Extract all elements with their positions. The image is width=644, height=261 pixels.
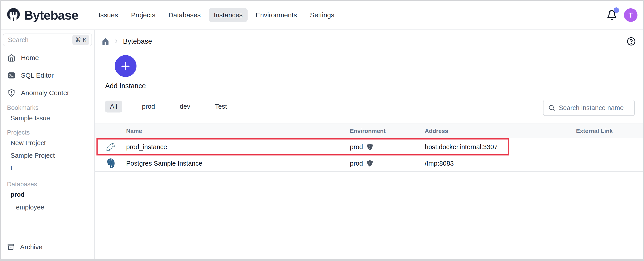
column-header-environment: Environment bbox=[350, 128, 425, 135]
main-nav: Issues Projects Databases Instances Envi… bbox=[94, 8, 339, 22]
logo-wordmark: Bytebase bbox=[24, 8, 78, 23]
sidebar-item-label: Archive bbox=[20, 243, 42, 251]
instance-address: host.docker.internal:3307 bbox=[425, 143, 576, 151]
archive-icon bbox=[7, 243, 14, 251]
instance-environment: prod bbox=[350, 160, 425, 167]
plus-icon bbox=[120, 61, 131, 71]
sidebar-item-t[interactable]: t bbox=[1, 162, 94, 174]
environment-label: prod bbox=[350, 160, 363, 167]
sidebar-item-label: Anomaly Center bbox=[21, 89, 69, 97]
instance-search-input[interactable] bbox=[559, 104, 630, 112]
environment-label: prod bbox=[350, 143, 363, 151]
column-header-name: Name bbox=[95, 128, 350, 135]
terminal-icon bbox=[8, 71, 16, 79]
navbar-right: T bbox=[606, 8, 638, 22]
tab-prod[interactable]: prod bbox=[137, 101, 160, 113]
column-header-address: Address bbox=[425, 128, 576, 135]
mysql-icon bbox=[106, 142, 116, 152]
tab-dev[interactable]: dev bbox=[175, 101, 195, 113]
nav-item-issues[interactable]: Issues bbox=[94, 8, 123, 22]
section-title-databases: Databases bbox=[1, 180, 94, 188]
sidebar-item-archive[interactable]: Archive bbox=[1, 240, 94, 254]
shield-protected-icon bbox=[366, 143, 373, 151]
sidebar-search-box[interactable]: ⌘ K bbox=[3, 34, 92, 46]
bytebase-logo-icon bbox=[6, 8, 21, 23]
sidebar-item-sample-issue[interactable]: Sample Issue bbox=[1, 112, 94, 124]
instance-name: Postgres Sample Instance bbox=[95, 160, 350, 167]
instance-address: /tmp:8083 bbox=[425, 160, 576, 167]
table-header: Name Environment Address External Link bbox=[95, 124, 643, 138]
app-window: Bytebase Issues Projects Databases Insta… bbox=[0, 0, 644, 261]
column-header-external-link: External Link bbox=[576, 128, 643, 135]
sidebar-item-home[interactable]: Home bbox=[1, 51, 94, 65]
search-shortcut-badge: ⌘ K bbox=[72, 35, 89, 45]
instance-table: Name Environment Address External Link p… bbox=[95, 124, 643, 172]
shield-protected-icon bbox=[366, 160, 373, 167]
sidebar-item-new-project[interactable]: New Project bbox=[1, 137, 94, 149]
sidebar-item-label: SQL Editor bbox=[21, 72, 54, 79]
table-row-prod-instance[interactable]: prod_instance prod host.docker.internal:… bbox=[95, 138, 643, 155]
sidebar-search-input[interactable] bbox=[8, 36, 72, 44]
sidebar-nav: Home SQL Editor bbox=[1, 51, 94, 100]
tab-all[interactable]: All bbox=[105, 101, 122, 113]
sidebar-item-employee-db[interactable]: employee bbox=[1, 201, 94, 213]
instance-name: prod_instance bbox=[95, 143, 350, 151]
nav-item-environments[interactable]: Environments bbox=[251, 8, 302, 22]
help-button[interactable] bbox=[627, 37, 636, 46]
avatar[interactable]: T bbox=[624, 8, 638, 22]
sidebar-item-prod-db[interactable]: prod bbox=[1, 188, 94, 201]
main-content: Bytebase Add Instance All prod dev Test bbox=[95, 30, 643, 259]
sidebar-item-sql-editor[interactable]: SQL Editor bbox=[1, 69, 94, 82]
postgresql-icon bbox=[106, 158, 116, 169]
section-title-bookmarks: Bookmarks bbox=[1, 104, 94, 112]
sidebar-item-anomaly-center[interactable]: Anomaly Center bbox=[1, 86, 94, 100]
sidebar-item-label: Home bbox=[21, 54, 39, 62]
sidebar: ⌘ K Home SQL Editor bbox=[1, 30, 95, 259]
tab-test[interactable]: Test bbox=[210, 101, 232, 113]
notifications-button[interactable] bbox=[606, 9, 617, 21]
nav-item-settings[interactable]: Settings bbox=[305, 8, 339, 22]
home-icon bbox=[8, 54, 16, 62]
environment-filter-tabs: All prod dev Test bbox=[105, 101, 232, 112]
nav-item-databases[interactable]: Databases bbox=[164, 8, 206, 22]
table-row-postgres-sample-instance[interactable]: Postgres Sample Instance prod /tmp:8083 bbox=[95, 155, 643, 172]
add-instance-label: Add Instance bbox=[105, 82, 146, 90]
notification-badge-dot bbox=[614, 8, 619, 13]
add-instance-circle[interactable] bbox=[115, 55, 136, 77]
nav-item-instances[interactable]: Instances bbox=[209, 8, 248, 22]
instance-environment: prod bbox=[350, 143, 425, 151]
chevron-right-icon bbox=[113, 38, 120, 45]
breadcrumb: Bytebase bbox=[95, 36, 643, 47]
section-title-projects: Projects bbox=[1, 128, 94, 137]
shield-alert-icon bbox=[8, 89, 16, 97]
breadcrumb-current[interactable]: Bytebase bbox=[123, 37, 152, 46]
top-navbar: Bytebase Issues Projects Databases Insta… bbox=[1, 1, 643, 30]
sidebar-item-sample-project[interactable]: Sample Project bbox=[1, 149, 94, 162]
bytebase-logo[interactable]: Bytebase bbox=[6, 8, 78, 23]
breadcrumb-home-icon[interactable] bbox=[102, 37, 110, 46]
add-instance-button[interactable]: Add Instance bbox=[104, 55, 147, 90]
instance-search-box[interactable] bbox=[543, 100, 635, 116]
search-icon bbox=[548, 104, 555, 111]
nav-item-projects[interactable]: Projects bbox=[126, 8, 160, 22]
